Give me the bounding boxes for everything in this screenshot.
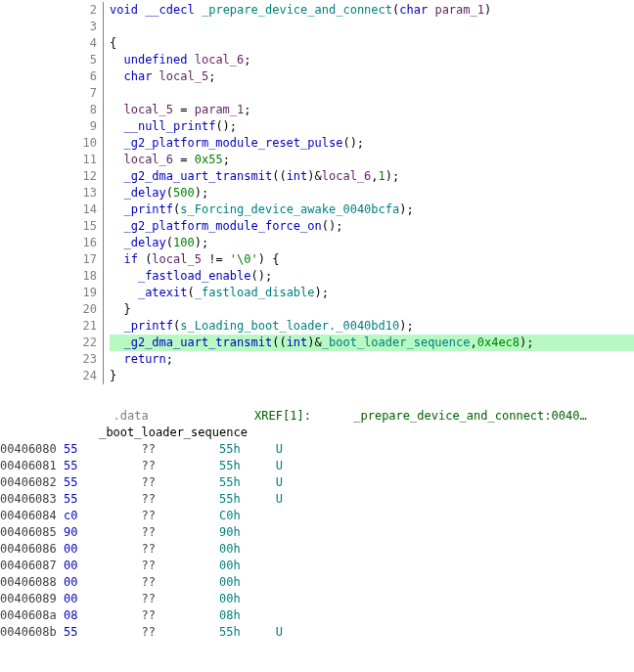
line-number: 11 [0,152,97,168]
line-number: 2 [0,2,97,19]
line-number: 8 [0,102,97,118]
listing-address[interactable]: 00406084 [0,509,64,522]
code-line[interactable]: _g2_dma_uart_transmit((int)&_boot_loader… [110,335,634,351]
listing-row[interactable]: _boot_loader_sequence [0,425,634,441]
listing-address[interactable]: 00406082 [0,475,64,489]
listing-ascii: U [276,442,283,456]
listing-hex: 55h [219,475,276,489]
listing-byte: 55 [64,475,141,489]
listing-mnemonic: ?? [142,459,219,472]
code-line[interactable]: { [110,35,634,52]
listing-row[interactable]: 0040608a 08 ?? 08h [0,607,634,624]
listing-byte: 00 [64,542,141,556]
listing-address[interactable]: 00406086 [0,542,64,556]
line-number: 22 [0,335,97,351]
line-number: 18 [0,268,97,285]
listing-hex: 00h [219,592,276,605]
xref-label: XREF[1]: [254,409,353,423]
listing-hex: 00h [219,575,276,589]
xref-target[interactable]: _prepare_device_and_connect:0040… [353,409,586,423]
listing-address[interactable]: 00406083 [0,492,64,506]
listing-hex: C0h [219,509,276,522]
listing-address[interactable]: 00406087 [0,559,64,572]
line-number: 5 [0,52,97,68]
line-number-gutter: 23456789101112131415161718192021222324 [0,2,103,384]
listing-byte: 55 [64,442,141,456]
listing-byte: 90 [64,525,141,539]
symbol-name[interactable]: _boot_loader_sequence [99,426,248,439]
decompiled-code[interactable]: void __cdecl _prepare_device_and_connect… [103,2,634,384]
line-number: 19 [0,285,97,301]
listing-mnemonic: ?? [142,475,219,489]
listing-row[interactable]: 00406083 55 ?? 55h U [0,491,634,508]
listing-row[interactable]: 00406087 00 ?? 00h [0,558,634,574]
listing-row[interactable]: 00406080 55 ?? 55h U [0,441,634,458]
listing-row[interactable]: 00406084 c0 ?? C0h [0,508,634,524]
listing-address[interactable]: 00406088 [0,575,64,589]
listing-row[interactable]: 00406088 00 ?? 00h [0,574,634,591]
listing-row[interactable]: .data XREF[1]: _prepare_device_and_conne… [0,408,634,425]
line-number: 12 [0,168,97,185]
listing-mnemonic: ?? [142,509,219,522]
line-number: 21 [0,318,97,335]
listing-mnemonic: ?? [142,559,219,572]
code-line[interactable]: _g2_platform_module_force_on(); [110,218,634,235]
listing-byte: 55 [64,625,141,639]
line-number: 14 [0,202,97,218]
listing-row[interactable]: 00406081 55 ?? 55h U [0,458,634,474]
listing-mnemonic: ?? [142,575,219,589]
code-line[interactable] [110,85,634,102]
listing-mnemonic: ?? [142,592,219,605]
code-line[interactable]: char local_5; [110,68,634,85]
code-line[interactable]: _delay(500); [110,185,634,202]
code-line[interactable]: void __cdecl _prepare_device_and_connect… [110,2,634,19]
listing-hex: 00h [219,542,276,556]
listing-byte: c0 [64,509,141,522]
listing-byte: 08 [64,608,141,622]
listing-address[interactable]: 0040608b [0,625,64,639]
line-number: 7 [0,85,97,102]
listing-row[interactable]: 00406085 90 ?? 90h [0,524,634,541]
listing-row[interactable]: 0040608b 55 ?? 55h U [0,624,634,641]
listing-address[interactable]: 00406080 [0,442,64,456]
code-line[interactable]: _printf(s_Loading_boot_loader._0040bd10)… [110,318,634,335]
listing-address[interactable]: 0040608a [0,608,64,622]
listing-address[interactable]: 00406081 [0,459,64,472]
listing-row[interactable]: 00406086 00 ?? 00h [0,541,634,558]
line-number: 9 [0,118,97,135]
listing-hex: 90h [219,525,276,539]
code-line[interactable]: _g2_dma_uart_transmit((int)&local_6,1); [110,168,634,185]
code-line[interactable]: _atexit(_fastload_disable); [110,285,634,301]
listing-address[interactable]: 00406089 [0,592,64,605]
listing-address[interactable]: 00406085 [0,525,64,539]
listing-hex: 55h [219,625,276,639]
code-line[interactable]: return; [110,351,634,368]
line-number: 20 [0,301,97,318]
code-line[interactable]: local_5 = param_1; [110,102,634,118]
listing-mnemonic: ?? [142,542,219,556]
listing-byte: 00 [64,575,141,589]
code-line[interactable]: } [110,301,634,318]
code-line[interactable]: if (local_5 != '\0') { [110,251,634,268]
listing-row[interactable]: 00406089 00 ?? 00h [0,591,634,607]
listing-mnemonic: ?? [142,625,219,639]
line-number: 24 [0,368,97,384]
code-line[interactable]: _g2_platform_module_reset_pulse(); [110,135,634,152]
listing-row[interactable]: 00406082 55 ?? 55h U [0,474,634,491]
listing-byte: 00 [64,592,141,605]
code-line[interactable]: local_6 = 0x55; [110,152,634,168]
code-line[interactable]: _fastload_enable(); [110,268,634,285]
code-line[interactable]: _printf(s_Forcing_device_awake_0040bcfa)… [110,202,634,218]
line-number: 6 [0,68,97,85]
line-number: 16 [0,235,97,251]
code-line[interactable]: __null_printf(); [110,118,634,135]
listing-mnemonic: ?? [142,525,219,539]
code-line[interactable]: undefined local_6; [110,52,634,68]
code-line[interactable]: } [110,368,634,384]
code-line[interactable] [110,19,634,35]
listing-hex: 00h [219,559,276,572]
disassembly-listing[interactable]: .data XREF[1]: _prepare_device_and_conne… [0,408,634,641]
code-line[interactable]: _delay(100); [110,235,634,251]
line-number: 15 [0,218,97,235]
line-number: 3 [0,19,97,35]
